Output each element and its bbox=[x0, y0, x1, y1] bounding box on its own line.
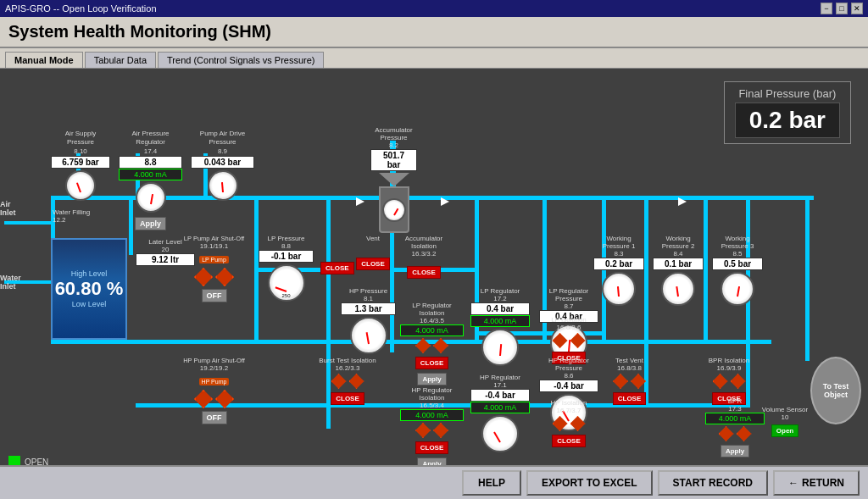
water-inlet-label: WaterInlet bbox=[0, 274, 21, 291]
close-btn-hp-iso[interactable]: CLOSE bbox=[552, 435, 586, 447]
lp-reg-ma: 4.000 mA bbox=[470, 315, 530, 327]
bpr-label: BPR bbox=[705, 397, 765, 405]
air-supply-component: Air Supply Pressure 8.10 6.759 bar bbox=[51, 130, 110, 202]
wp1-value: 0.2 bar bbox=[593, 258, 644, 270]
lp-reg-value: 0.4 bar bbox=[470, 302, 530, 315]
wp1-label: Working Pressure 1 bbox=[593, 235, 644, 250]
vent-label: Vent bbox=[352, 235, 394, 242]
off-btn-hp[interactable]: OFF bbox=[202, 411, 227, 424]
wp2-id: 8.4 bbox=[653, 250, 704, 258]
bpr-iso-id: 16.9/3.9 bbox=[699, 364, 759, 372]
hp-reg-iso-id: 16.5/3.4 bbox=[400, 402, 464, 409]
main-diagram: Air Supply Pressure 8.10 6.759 bar Air P… bbox=[0, 69, 868, 488]
vent-component: Vent CLOSE bbox=[352, 235, 394, 270]
hp-regulator-component: HP Regulator 17.1 -0.4 bar 4.000 mA bbox=[470, 374, 530, 454]
hp-reg-pres-label: HP Regulator Pressure bbox=[539, 357, 598, 372]
bpr-ma: 4.000 mA bbox=[705, 413, 765, 424]
lp-reg-pres-label: LP Regulator Pressure bbox=[539, 287, 598, 302]
hp-reg-label: HP Regulator bbox=[470, 374, 530, 381]
air-supply-label: Air Supply Pressure bbox=[51, 130, 110, 147]
tab-trend[interactable]: Trend (Control Signals vs Pressure) bbox=[158, 52, 324, 68]
accum-label: Accumulator Pressure bbox=[370, 126, 417, 141]
tab-tabular-data[interactable]: Tabular Data bbox=[85, 52, 156, 68]
hp-reg-value: -0.4 bar bbox=[470, 389, 530, 402]
final-pressure-label: Final Pressure (bar) bbox=[735, 87, 840, 100]
burst-test-component: Burst Test Isolation 16.2/3.3 CLOSE bbox=[318, 357, 377, 405]
hp-pressure-label: HP Pressure bbox=[341, 287, 396, 295]
pad-id: 8.9 bbox=[191, 147, 254, 156]
close-btn-burst[interactable]: CLOSE bbox=[331, 392, 364, 405]
lp-reg-iso-label: LP Regulator Isolation bbox=[400, 302, 464, 317]
air-inlet-label: AirInlet bbox=[0, 200, 16, 217]
accumulator-component: Accumulator Pressure 8.2 501.7 bar bbox=[370, 126, 417, 235]
close-btn-vent[interactable]: CLOSE bbox=[356, 258, 390, 270]
pump-air-drive-component: Pump Air Drive Pressure 8.9 0.043 bar bbox=[191, 130, 254, 202]
svg-rect-15 bbox=[704, 200, 708, 344]
burst-label: Burst Test Isolation bbox=[318, 357, 377, 364]
wp1-id: 8.3 bbox=[593, 250, 644, 258]
return-button[interactable]: ← RETURN bbox=[773, 470, 860, 496]
wp2-label: Working Pressure 2 bbox=[653, 235, 704, 250]
apply-btn-lp-reg-iso[interactable]: Apply bbox=[417, 373, 446, 385]
bpr-id: 17.3 bbox=[705, 405, 765, 413]
tab-manual-mode[interactable]: Manual Mode bbox=[5, 52, 83, 68]
close-btn-test-vent[interactable]: CLOSE bbox=[613, 392, 647, 405]
air-pressure-regulator-component: Air Pressure Regulator 17.4 8.8 4.000 mA… bbox=[119, 130, 182, 230]
hp-pressure-value: 1.3 bar bbox=[341, 302, 396, 315]
close-btn-lp-reg-iso[interactable]: CLOSE bbox=[415, 357, 449, 369]
final-pressure-value: 0.2 bar bbox=[735, 103, 840, 138]
apr-ma-value: 4.000 mA bbox=[119, 169, 182, 180]
water-filling-label: Water Filling12.2 bbox=[53, 208, 90, 224]
hp-shutoff-label: HP Pump Air Shut-Off bbox=[182, 357, 246, 364]
hp-pressure-id: 8.1 bbox=[341, 295, 396, 302]
export-to-excel-button[interactable]: EXPORT TO EXCEL bbox=[526, 470, 652, 496]
title-bar: APIS-GRO -- Open Loop Verification − □ ✕ bbox=[0, 0, 868, 17]
lp-reg-iso-component: LP Regulator Isolation 16.4/3.5 4.000 mA… bbox=[400, 302, 464, 385]
close-btn-hp-reg-iso[interactable]: CLOSE bbox=[415, 441, 449, 454]
apply-button-apr[interactable]: Apply bbox=[135, 217, 166, 230]
lp-iso-label: LP Isolation bbox=[539, 316, 598, 324]
hp-reg-iso-component: HP Regulator Isolation 16.5/3.4 4.000 mA… bbox=[400, 386, 464, 470]
maximize-button[interactable]: □ bbox=[836, 3, 848, 14]
off-btn-lp[interactable]: OFF bbox=[202, 289, 227, 302]
working-pressure-2-component: Working Pressure 2 8.4 0.1 bar bbox=[653, 235, 704, 308]
high-level-label: High Level bbox=[71, 269, 108, 278]
pad-value: 0.043 bar bbox=[191, 156, 254, 169]
lp-reg-id: 17.2 bbox=[470, 295, 530, 302]
lp-shutoff-id: 19.1/19.1 bbox=[182, 242, 246, 250]
help-button[interactable]: HELP bbox=[462, 470, 521, 496]
close-btn-lp-shutoff[interactable]: CLOSE bbox=[320, 262, 354, 274]
burst-id: 16.2/3.3 bbox=[318, 364, 377, 372]
minimize-button[interactable]: − bbox=[821, 3, 832, 14]
working-pressure-1-component: Working Pressure 1 8.3 0.2 bar bbox=[593, 235, 644, 308]
window-title: APIS-GRO -- Open Loop Verification bbox=[5, 3, 157, 14]
accum-iso-id: 16.3/3.2 bbox=[394, 250, 453, 258]
lp-reg-iso-id: 16.4/3.5 bbox=[400, 317, 464, 324]
tank-level-value: 60.80 % bbox=[55, 278, 124, 300]
tabs-bar: Manual Mode Tabular Data Trend (Control … bbox=[0, 48, 868, 69]
accum-id: 8.2 bbox=[370, 141, 417, 149]
open-btn-volume[interactable]: Open bbox=[771, 424, 798, 437]
lp-regulator-component: LP Regulator 17.2 0.4 bar 4.000 mA bbox=[470, 287, 530, 368]
volume-sensor-component: Volume Sensor 10 Open bbox=[760, 406, 810, 437]
app-header: System Health Monitoring (SHM) bbox=[0, 17, 868, 48]
apr-id: 17.4 bbox=[119, 147, 182, 156]
lp-pressure-value: -0.1 bar bbox=[259, 250, 314, 263]
svg-rect-17 bbox=[805, 200, 810, 361]
hp-pump-shutoff-component: HP Pump Air Shut-Off 19.2/19.2 HP Pump O… bbox=[182, 357, 246, 424]
hp-reg-id: 17.1 bbox=[470, 381, 530, 389]
hp-iso-label: HP Isolation bbox=[539, 399, 598, 407]
wp3-id: 8.5 bbox=[712, 250, 763, 258]
close-window-button[interactable]: ✕ bbox=[851, 3, 863, 14]
close-btn-accum-iso[interactable]: CLOSE bbox=[407, 266, 441, 279]
page-title: System Health Monitoring (SHM) bbox=[8, 22, 860, 42]
hp-reg-iso-ma: 4.000 mA bbox=[400, 409, 464, 421]
start-record-button[interactable]: START RECORD bbox=[658, 470, 768, 496]
hp-pump-badge: HP Pump bbox=[199, 378, 230, 385]
hp-shutoff-id: 19.2/19.2 bbox=[182, 364, 246, 372]
lp-reg-label: LP Regulator bbox=[470, 287, 530, 295]
svg-rect-27 bbox=[4, 221, 55, 225]
apply-btn-bpr[interactable]: Apply bbox=[721, 445, 749, 457]
low-level-label: Low Level bbox=[72, 300, 107, 308]
apr-label: Air Pressure Regulator bbox=[119, 130, 182, 147]
